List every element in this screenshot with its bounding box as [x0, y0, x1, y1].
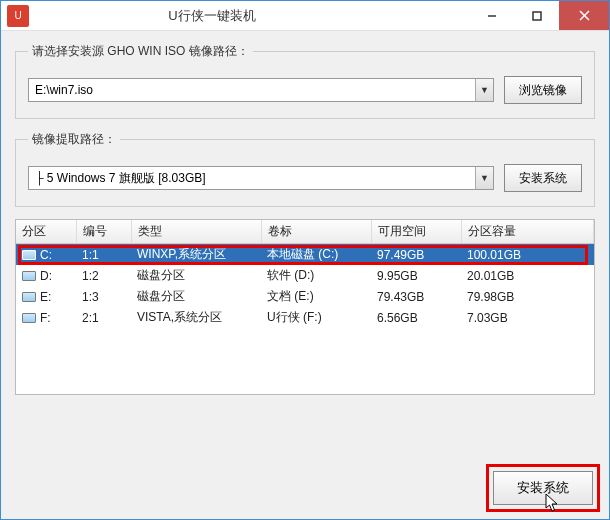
- cell-part: E:: [16, 286, 76, 307]
- cell-vol: U行侠 (F:): [261, 307, 371, 328]
- browse-image-button[interactable]: 浏览镜像: [504, 76, 582, 104]
- cell-part: F:: [16, 307, 76, 328]
- install-system-button-top[interactable]: 安装系统: [504, 164, 582, 192]
- cell-num: 1:3: [76, 286, 131, 307]
- table-row[interactable]: C:1:1WINXP,系统分区本地磁盘 (C:)97.49GB100.01GB: [16, 244, 594, 266]
- col-header-number[interactable]: 编号: [76, 220, 131, 244]
- table-row[interactable]: F:2:1VISTA,系统分区U行侠 (F:)6.56GB7.03GB: [16, 307, 594, 328]
- cell-num: 1:1: [76, 244, 131, 266]
- source-input[interactable]: [28, 78, 494, 102]
- cell-type: 磁盘分区: [131, 265, 261, 286]
- cell-free: 9.95GB: [371, 265, 461, 286]
- col-header-capacity[interactable]: 分区容量: [461, 220, 594, 244]
- disk-icon: [22, 250, 36, 260]
- cell-part: D:: [16, 265, 76, 286]
- close-button[interactable]: [559, 1, 609, 30]
- cell-type: WINXP,系统分区: [131, 244, 261, 266]
- source-combo[interactable]: ▼: [28, 78, 494, 102]
- cell-num: 1:2: [76, 265, 131, 286]
- cell-vol: 本地磁盘 (C:): [261, 244, 371, 266]
- col-header-type[interactable]: 类型: [131, 220, 261, 244]
- minimize-icon: [487, 11, 497, 21]
- extract-legend: 镜像提取路径：: [28, 131, 120, 148]
- maximize-icon: [532, 11, 542, 21]
- dropdown-arrow-icon[interactable]: ▼: [475, 79, 493, 101]
- footer: 安装系统: [493, 471, 593, 505]
- extract-input[interactable]: [28, 166, 494, 190]
- table-row[interactable]: D:1:2磁盘分区软件 (D:)9.95GB20.01GB: [16, 265, 594, 286]
- svg-rect-1: [533, 12, 541, 20]
- install-system-button-main[interactable]: 安装系统: [493, 471, 593, 505]
- partition-table[interactable]: 分区 编号 类型 卷标 可用空间 分区容量 C:1:1WINXP,系统分区本地磁…: [16, 220, 594, 328]
- cell-num: 2:1: [76, 307, 131, 328]
- table-row[interactable]: E:1:3磁盘分区文档 (E:)79.43GB79.98GB: [16, 286, 594, 307]
- minimize-button[interactable]: [469, 1, 514, 30]
- partition-table-container: 分区 编号 类型 卷标 可用空间 分区容量 C:1:1WINXP,系统分区本地磁…: [15, 219, 595, 395]
- extract-combo[interactable]: ▼: [28, 166, 494, 190]
- cell-cap: 100.01GB: [461, 244, 594, 266]
- cell-free: 97.49GB: [371, 244, 461, 266]
- cell-free: 79.43GB: [371, 286, 461, 307]
- maximize-button[interactable]: [514, 1, 559, 30]
- window-title: U行侠一键装机: [0, 7, 469, 25]
- cell-type: 磁盘分区: [131, 286, 261, 307]
- disk-icon: [22, 313, 36, 323]
- cell-cap: 7.03GB: [461, 307, 594, 328]
- col-header-free[interactable]: 可用空间: [371, 220, 461, 244]
- source-group: 请选择安装源 GHO WIN ISO 镜像路径： ▼ 浏览镜像: [15, 43, 595, 119]
- cell-free: 6.56GB: [371, 307, 461, 328]
- col-header-partition[interactable]: 分区: [16, 220, 76, 244]
- app-window: U U行侠一键装机 请选择安装源 GHO WIN ISO 镜像路径： ▼ 浏览镜…: [0, 0, 610, 520]
- dropdown-arrow-icon[interactable]: ▼: [475, 167, 493, 189]
- cell-vol: 文档 (E:): [261, 286, 371, 307]
- table-header-row: 分区 编号 类型 卷标 可用空间 分区容量: [16, 220, 594, 244]
- disk-icon: [22, 292, 36, 302]
- close-icon: [579, 10, 590, 21]
- disk-icon: [22, 271, 36, 281]
- title-bar: U U行侠一键装机: [1, 1, 609, 31]
- cell-type: VISTA,系统分区: [131, 307, 261, 328]
- source-legend: 请选择安装源 GHO WIN ISO 镜像路径：: [28, 43, 253, 60]
- cell-part: C:: [16, 244, 76, 266]
- cell-vol: 软件 (D:): [261, 265, 371, 286]
- col-header-volume[interactable]: 卷标: [261, 220, 371, 244]
- cell-cap: 79.98GB: [461, 286, 594, 307]
- cell-cap: 20.01GB: [461, 265, 594, 286]
- extract-group: 镜像提取路径： ▼ 安装系统: [15, 131, 595, 207]
